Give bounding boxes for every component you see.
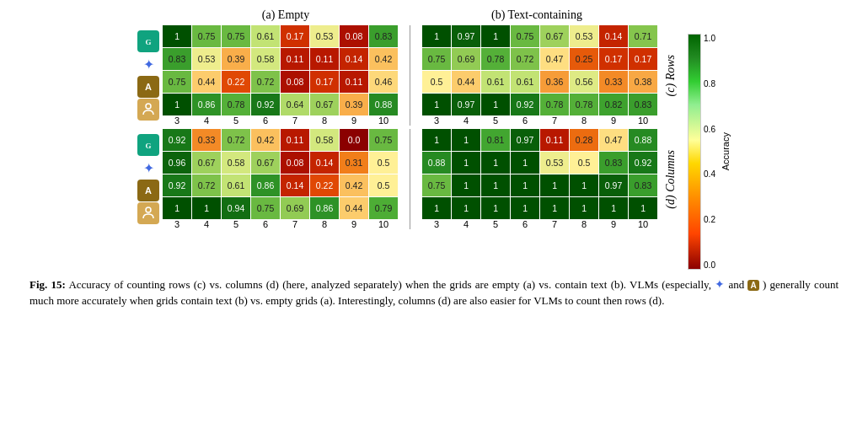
heatmap-cell: 0.83 [369, 25, 398, 47]
colorbar [688, 34, 701, 270]
colorbar-tick: 0.8 [704, 79, 715, 89]
heatmap-cell: 0.42 [369, 48, 398, 70]
heatmap-cell: 0.33 [192, 129, 221, 151]
heatmap-cell: 0.88 [422, 152, 451, 174]
heatmap-cell: 0.61 [251, 25, 280, 47]
icon-claude-cols: A [137, 180, 159, 201]
heatmap-cell: 0.96 [163, 152, 191, 174]
heatmap-cell: 0.44 [452, 71, 480, 93]
colorbar-tick: 0.4 [704, 169, 715, 179]
heatmap-cell: 0.33 [599, 71, 628, 93]
heatmap-cell: 0.69 [281, 197, 309, 219]
cols-icon-col: G ✦ A [137, 134, 159, 224]
colorbar-tick: 0.0 [704, 260, 715, 270]
rows-empty-x-labels: 345678910 [163, 115, 398, 126]
heatmap-cell: 1 [481, 152, 510, 174]
heatmap-cell: 0.75 [511, 25, 539, 47]
heatmap-cell: 0.97 [452, 94, 480, 115]
icon-human-rows [137, 99, 159, 121]
heatmap-cell: 0.08 [340, 25, 368, 47]
caption: Fig. 15: Accuracy of counting rows (c) v… [29, 276, 839, 309]
heatmap-cell: 0.25 [570, 48, 598, 70]
rows-text-x-labels: 345678910 [422, 115, 657, 126]
cols-empty-x-labels: 345678910 [163, 219, 398, 229]
heatmap-cell: 0.71 [629, 25, 657, 47]
heatmap-cell: 1 [163, 25, 191, 47]
heatmap-cell: 0.81 [481, 129, 510, 151]
heatmap-cell: 0.64 [281, 94, 309, 115]
heatmap-cell: 0.75 [369, 129, 398, 151]
heatmap-cell: 0.88 [369, 94, 398, 115]
heatmap-cell: 0.67 [192, 152, 221, 174]
svg-point-5 [146, 207, 151, 212]
heatmap-cell: 0.69 [452, 48, 480, 70]
x-axis-label: 3 [422, 115, 451, 126]
heatmap-cell: 0.22 [310, 174, 339, 196]
heatmap-cell: 0.39 [340, 94, 368, 115]
heatmap-cell: 0.14 [310, 152, 339, 174]
x-axis-label: 3 [163, 219, 191, 229]
heatmap-cell: 0.92 [163, 129, 191, 151]
heatmap-cell: 0.94 [222, 197, 250, 219]
heatmap-cell: 0.44 [340, 197, 368, 219]
heatmap-cell: 0.88 [629, 129, 657, 151]
heatmap-cell: 1 [511, 197, 539, 219]
columns-label: (d) Columns [661, 150, 681, 209]
heatmap-cell: 0.67 [310, 94, 339, 115]
heatmap-cell: 0.14 [599, 25, 628, 47]
heatmap-cell: 0.78 [540, 94, 569, 115]
x-axis-label: 3 [422, 219, 451, 229]
heatmap-cell: 0.86 [192, 94, 221, 115]
heatmap-cell: 0.61 [222, 174, 250, 196]
heatmap-cell: 0.97 [511, 129, 539, 151]
heatmap-cell: 0.72 [192, 174, 221, 196]
heatmap-cell: 0.97 [452, 25, 480, 47]
x-axis-label: 4 [192, 115, 221, 126]
heatmap-cell: 0.42 [251, 129, 280, 151]
heatmap-cell: 0.17 [310, 71, 339, 93]
title-row: (a) Empty (b) Text-containing [13, 8, 855, 22]
x-axis-label: 9 [599, 115, 628, 126]
heatmap-cell: 0.83 [629, 94, 657, 115]
heatmap-cell: 0.14 [340, 48, 368, 70]
x-axis-label: 4 [192, 219, 221, 229]
heatmap-cell: 1 [540, 197, 569, 219]
heatmap-cell: 0.11 [340, 71, 368, 93]
heatmap-cell: 0.28 [570, 129, 598, 151]
heatmap-cell: 0.11 [281, 129, 309, 151]
heatmap-cell: 0.53 [540, 152, 569, 174]
colorbar-section: 1.00.80.60.40.20.0 Accuracy [688, 34, 731, 270]
heatmap-cell: 1 [452, 197, 480, 219]
x-axis-label: 10 [629, 219, 657, 229]
cols-empty-heatmap: 0.920.330.720.420.110.580.00.750.960.670… [163, 129, 398, 229]
heatmap-cell: 0.53 [192, 48, 221, 70]
heatmap-cell: 0.83 [163, 48, 191, 70]
heatmap-cell: 1 [422, 129, 451, 151]
x-axis-label: 8 [310, 219, 339, 229]
x-axis-label: 9 [340, 115, 368, 126]
fig-label: Fig. 15: [29, 278, 66, 291]
icon-human-cols [137, 202, 159, 224]
heatmap-cell: 0.75 [422, 48, 451, 70]
heatmap-cell: 0.61 [511, 71, 539, 93]
icon-claude-rows: A [137, 76, 159, 98]
gemini-icon-inline: ✦ [715, 278, 725, 291]
heatmap-cell: 1 [570, 174, 598, 196]
heatmap-cell: 0.53 [310, 25, 339, 47]
icon-chatgpt-rows: G [137, 30, 159, 52]
heatmap-cell: 0.72 [222, 129, 250, 151]
heatmap-cell: 0.58 [222, 152, 250, 174]
x-axis-label: 6 [251, 219, 280, 229]
heatmap-cell: 0.22 [222, 71, 250, 93]
icon-gemini-rows: ✦ [137, 53, 159, 75]
heatmap-cell: 0.67 [251, 152, 280, 174]
heatmap-cell: 0.11 [310, 48, 339, 70]
heatmap-cell: 0.75 [192, 25, 221, 47]
x-axis-label: 7 [540, 219, 569, 229]
claude-badge-inline: A [747, 280, 758, 291]
x-axis-label: 9 [599, 219, 628, 229]
heatmap-cell: 0.92 [163, 174, 191, 196]
heatmap-cell: 0.83 [599, 152, 628, 174]
rows-empty-heatmap: 10.750.750.610.170.530.080.830.830.530.3… [163, 25, 398, 126]
x-axis-label: 7 [281, 219, 309, 229]
